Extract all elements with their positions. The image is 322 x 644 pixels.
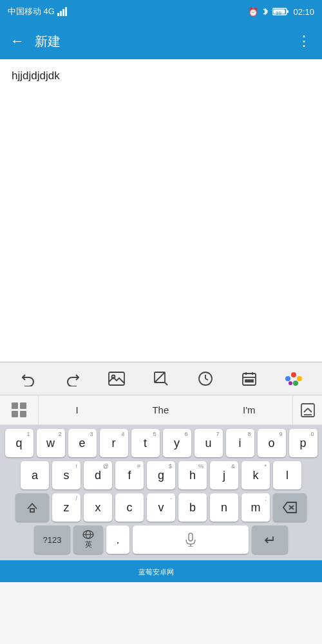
svg-line-14 xyxy=(205,379,208,380)
key-x[interactable]: x xyxy=(84,493,112,522)
shift-key[interactable] xyxy=(15,493,49,522)
key-f[interactable]: #f xyxy=(115,461,144,489)
svg-point-25 xyxy=(293,381,298,386)
key-w[interactable]: 2w xyxy=(37,429,65,457)
suggestion-word-2[interactable]: The xyxy=(147,402,174,418)
svg-line-29 xyxy=(308,408,312,412)
bottom-nav-bar: 蓝莓安卓网 xyxy=(0,560,322,582)
svg-point-23 xyxy=(291,372,296,377)
draw-button[interactable] xyxy=(148,366,174,392)
key-u[interactable]: 7u xyxy=(194,429,223,457)
keyboard-row-2: a !s @d #f $g %h &j *k l xyxy=(3,461,319,489)
enter-key[interactable] xyxy=(252,526,288,554)
svg-line-28 xyxy=(304,408,308,412)
more-menu-button[interactable]: ⋮ xyxy=(297,33,312,50)
key-d[interactable]: @d xyxy=(84,461,112,489)
suggestion-words: I The I'm xyxy=(39,402,292,418)
backspace-key[interactable] xyxy=(273,493,307,522)
image-insert-button[interactable] xyxy=(104,366,129,392)
status-right: ⏰ 99 02:10 xyxy=(248,7,314,17)
key-j[interactable]: &j xyxy=(210,461,238,489)
suggestion-word-1[interactable]: I xyxy=(70,402,83,418)
svg-rect-1 xyxy=(60,11,62,16)
svg-rect-21 xyxy=(251,380,253,382)
note-text: hjjdjdjdjdk xyxy=(12,70,60,82)
keyboard-row-3: /z x c -v b n ;m xyxy=(3,493,319,522)
note-content[interactable]: hjjdjdjdjdk xyxy=(0,59,322,362)
apps-grid-button[interactable] xyxy=(0,395,39,424)
svg-rect-2 xyxy=(62,9,64,16)
period-key[interactable]: . xyxy=(106,526,129,554)
svg-text:蓝莓安卓网: 蓝莓安卓网 xyxy=(138,568,174,576)
keyboard-toolbar xyxy=(0,362,322,395)
key-n[interactable]: n xyxy=(210,493,238,522)
key-s[interactable]: !s xyxy=(52,461,80,489)
svg-rect-19 xyxy=(245,380,247,382)
clock-button[interactable] xyxy=(193,366,218,392)
key-m[interactable]: ;m xyxy=(242,493,270,522)
key-l[interactable]: l xyxy=(273,461,301,489)
globe-icon xyxy=(82,530,94,539)
key-k[interactable]: *k xyxy=(242,461,270,489)
mic-icon xyxy=(185,533,196,547)
svg-point-22 xyxy=(285,376,290,381)
key-e[interactable]: 3e xyxy=(68,429,97,457)
keyboard-row-4: ?123 英 . xyxy=(3,526,319,554)
svg-rect-5 xyxy=(287,10,289,13)
key-q[interactable]: 1q xyxy=(5,429,33,457)
svg-point-26 xyxy=(289,381,292,385)
collapse-keyboard-button[interactable] xyxy=(292,395,322,424)
bluetooth-icon xyxy=(262,7,269,16)
key-c[interactable]: c xyxy=(115,493,144,522)
svg-rect-20 xyxy=(249,380,251,382)
key-i[interactable]: 8i xyxy=(226,429,254,457)
page-title: 新建 xyxy=(35,33,297,50)
key-z[interactable]: /z xyxy=(52,493,80,522)
apps-grid-icon xyxy=(12,402,26,417)
keyboard-row-1: 1q 2w 3e 4r 5t 6y 7u 8i 9o 0p xyxy=(3,429,319,457)
more-tools-button[interactable] xyxy=(281,366,307,392)
alarm-icon: ⏰ xyxy=(248,7,258,17)
svg-rect-31 xyxy=(30,509,34,512)
svg-point-24 xyxy=(297,376,302,381)
suggestion-bar: I The I'm xyxy=(0,395,322,425)
key-h[interactable]: %h xyxy=(178,461,207,489)
svg-rect-38 xyxy=(189,533,193,541)
svg-rect-8 xyxy=(109,372,124,385)
svg-line-11 xyxy=(155,372,165,383)
space-key[interactable] xyxy=(133,526,249,554)
key-r[interactable]: 4r xyxy=(100,429,128,457)
suggestion-word-3[interactable]: I'm xyxy=(238,402,261,418)
svg-rect-3 xyxy=(65,7,67,16)
svg-rect-0 xyxy=(57,13,59,16)
calendar-button[interactable] xyxy=(236,366,262,392)
undo-button[interactable] xyxy=(15,366,41,392)
watermark-icon: 蓝莓安卓网 xyxy=(135,565,187,578)
language-key[interactable]: 英 xyxy=(73,526,103,554)
svg-text:99: 99 xyxy=(276,10,281,16)
back-button[interactable]: ← xyxy=(10,33,24,50)
time-text: 02:10 xyxy=(293,7,314,17)
key-y[interactable]: 6y xyxy=(163,429,191,457)
key-p[interactable]: 0p xyxy=(289,429,317,457)
svg-rect-15 xyxy=(243,374,256,385)
battery-icon: 99 xyxy=(272,7,289,16)
signal-icon xyxy=(57,7,68,16)
key-b[interactable]: b xyxy=(178,493,207,522)
num-key[interactable]: ?123 xyxy=(34,526,70,554)
key-t[interactable]: 5t xyxy=(131,429,160,457)
keyboard: 1q 2w 3e 4r 5t 6y 7u 8i 9o 0p a !s @d #f… xyxy=(0,425,322,560)
key-o[interactable]: 9o xyxy=(258,429,286,457)
key-g[interactable]: $g xyxy=(147,461,175,489)
status-bar: 中国移动 4G ⏰ 99 02:10 xyxy=(0,0,322,23)
battery-text: 99 xyxy=(272,7,289,16)
key-a[interactable]: a xyxy=(21,461,49,489)
app-bar: ← 新建 ⋮ xyxy=(0,23,322,59)
carrier-text: 中国移动 4G xyxy=(8,6,55,17)
redo-button[interactable] xyxy=(60,366,86,392)
key-v[interactable]: -v xyxy=(147,493,175,522)
status-left: 中国移动 4G xyxy=(8,6,68,17)
svg-marker-32 xyxy=(283,502,296,513)
